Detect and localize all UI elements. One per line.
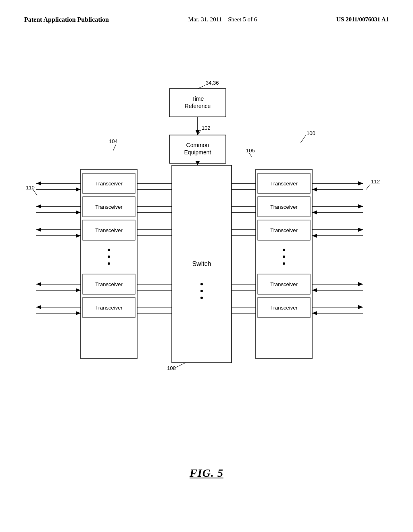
svg-marker-34 xyxy=(76,187,81,191)
svg-marker-42 xyxy=(76,234,81,238)
svg-point-28 xyxy=(283,262,285,265)
svg-line-8 xyxy=(249,153,252,157)
svg-line-7 xyxy=(113,144,116,151)
ref-105: 105 xyxy=(246,148,255,154)
svg-point-19 xyxy=(108,262,110,265)
date: Mar. 31, 2011 xyxy=(188,16,222,23)
svg-marker-68 xyxy=(358,305,363,309)
svg-line-1 xyxy=(198,85,205,89)
ref-100: 100 xyxy=(307,130,315,136)
svg-marker-54 xyxy=(312,187,317,191)
ref-108: 108 xyxy=(167,365,176,371)
right-transceiver-5: Transceiver xyxy=(270,305,298,311)
svg-marker-70 xyxy=(312,311,317,315)
svg-point-10 xyxy=(200,283,203,285)
svg-point-18 xyxy=(108,256,110,258)
left-transceiver-5: Transceiver xyxy=(95,305,123,311)
ref-102: 102 xyxy=(202,125,211,131)
svg-point-26 xyxy=(283,249,285,251)
left-transceiver-3: Transceiver xyxy=(95,227,123,233)
svg-marker-62 xyxy=(312,234,317,238)
ref-112: 112 xyxy=(371,179,380,185)
svg-marker-48 xyxy=(36,305,41,309)
svg-marker-32 xyxy=(36,181,41,185)
svg-marker-44 xyxy=(36,282,41,286)
figure-caption: FIG. 5 xyxy=(0,467,413,480)
svg-marker-50 xyxy=(76,311,81,315)
svg-line-94 xyxy=(33,190,37,195)
svg-point-11 xyxy=(200,290,203,292)
left-transceiver-2: Transceiver xyxy=(95,204,123,210)
svg-line-6 xyxy=(300,135,306,143)
ref-3436: 34,36 xyxy=(206,80,219,86)
ref-110: 110 xyxy=(26,185,35,191)
svg-marker-40 xyxy=(36,228,41,232)
svg-point-17 xyxy=(108,249,110,251)
svg-marker-38 xyxy=(76,210,81,214)
svg-marker-64 xyxy=(358,282,363,286)
right-transceiver-1: Transceiver xyxy=(270,181,298,187)
switch-label: Switch xyxy=(192,260,211,267)
diagram-svg: Time Reference 34,36 Common Equipment 10… xyxy=(0,64,413,427)
time-reference-label2: Reference xyxy=(185,103,211,109)
svg-marker-56 xyxy=(358,204,363,208)
svg-point-12 xyxy=(200,297,203,299)
left-transceiver-4: Transceiver xyxy=(95,281,123,287)
patent-diagram: Time Reference 34,36 Common Equipment 10… xyxy=(0,64,413,427)
ref-104: 104 xyxy=(109,138,118,144)
sheet: Sheet 5 of 6 xyxy=(228,16,257,23)
svg-line-95 xyxy=(366,184,370,189)
right-transceiver-2: Transceiver xyxy=(270,204,298,210)
common-equipment-label1: Common xyxy=(186,142,209,148)
svg-line-93 xyxy=(175,363,186,368)
left-transceiver-1: Transceiver xyxy=(95,181,123,187)
patent-number: US 2011/0076031 A1 xyxy=(336,16,389,23)
publication-type: Patent Application Publication xyxy=(24,16,109,23)
svg-marker-36 xyxy=(36,204,41,208)
svg-point-27 xyxy=(283,256,285,258)
right-transceiver-3: Transceiver xyxy=(270,227,298,233)
page-header: Patent Application Publication Mar. 31, … xyxy=(0,0,413,23)
publication-date-sheet: Mar. 31, 2011 Sheet 5 of 6 xyxy=(188,16,257,23)
common-equipment-label2: Equipment xyxy=(184,149,211,156)
svg-marker-66 xyxy=(312,288,317,292)
right-transceiver-4: Transceiver xyxy=(270,281,298,287)
svg-marker-58 xyxy=(312,210,317,214)
time-reference-label: Time xyxy=(192,96,204,102)
svg-marker-60 xyxy=(358,228,363,232)
svg-marker-46 xyxy=(76,288,81,292)
svg-marker-52 xyxy=(358,181,363,185)
